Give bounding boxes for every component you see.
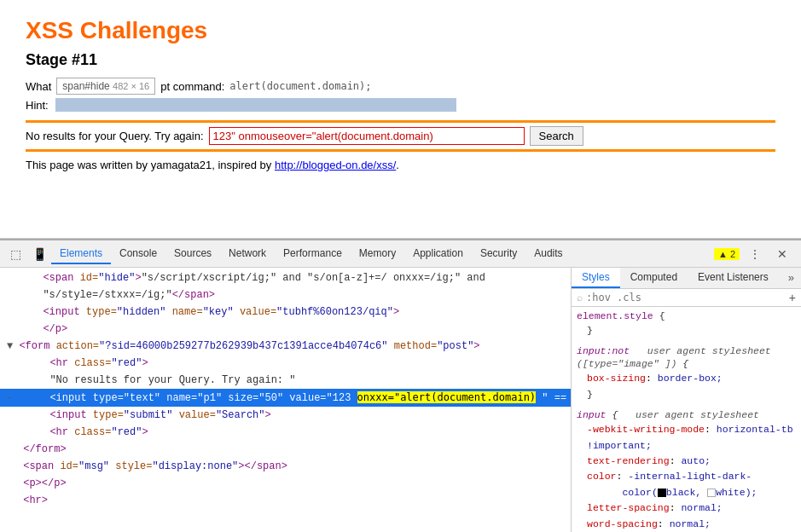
- more-options-icon[interactable]: ⋮: [743, 242, 767, 266]
- styles-tabs: Styles Computed Event Listeners »: [572, 268, 801, 289]
- style-prop: color: -internal-light-dark- color(black…: [577, 469, 796, 500]
- what-suffix: pt command:: [160, 80, 224, 93]
- code-line: </form>: [0, 441, 571, 458]
- devtools-toolbar: ⬚ 📱 Elements Console Sources Network Per…: [0, 240, 801, 268]
- style-closing: }: [577, 387, 796, 402]
- tab-audits[interactable]: Audits: [525, 244, 571, 264]
- code-line: "No results for your Query. Try again: ": [0, 372, 571, 389]
- style-prop: -webkit-writing-mode: horizontal-tb !imp…: [577, 422, 796, 454]
- style-section-element: element.style { }: [577, 310, 796, 338]
- warning-badge: ▲ 2: [714, 248, 740, 260]
- hint-bar: [55, 98, 456, 112]
- footer-line: This page was written by yamagata21, ins…: [26, 159, 775, 171]
- footer-dot: .: [396, 159, 399, 171]
- what-label: What: [26, 80, 51, 93]
- tab-performance[interactable]: Performance: [275, 244, 351, 264]
- style-prop: box-sizing: border-box;: [577, 371, 796, 386]
- tooltip-text: span#hide: [62, 80, 109, 92]
- styles-filter-input[interactable]: [586, 292, 786, 304]
- code-line: <hr class="red">: [0, 355, 571, 372]
- style-closing: }: [577, 323, 796, 338]
- footer-link[interactable]: http://blogged-on.de/xss/: [275, 159, 396, 171]
- style-origin-2: ([type="image" ]) {: [577, 358, 796, 369]
- device-icon[interactable]: 📱: [27, 242, 51, 266]
- style-origin: input:not user agent stylesheet: [577, 345, 796, 356]
- query-line: No results for your Query. Try again: Se…: [26, 126, 775, 146]
- orange-divider-top: [26, 120, 775, 123]
- style-section-input: input { user agent stylesheet -webkit-wr…: [577, 409, 796, 532]
- style-tab-styles[interactable]: Styles: [572, 268, 620, 288]
- footer-text: This page was written by yamagata21, ins…: [26, 159, 275, 171]
- element-tooltip: span#hide 482 × 16: [56, 78, 155, 95]
- main-page: XSS Challenges Stage #11 What span#hide …: [0, 0, 801, 239]
- style-tab-event-listeners[interactable]: Event Listeners: [688, 268, 779, 288]
- tab-network[interactable]: Network: [220, 244, 275, 264]
- style-section-input-not: input:not user agent stylesheet ([type="…: [577, 345, 796, 402]
- code-line: "s/style=/stxxx=/ig;"</span>: [0, 286, 571, 304]
- what-line: What span#hide 482 × 16 pt command: aler…: [26, 78, 775, 95]
- filter-icon: ⌕: [577, 292, 583, 304]
- tab-elements[interactable]: Elements: [51, 244, 111, 264]
- attr-highlight: onxxx="alert(document.domain): [357, 391, 537, 403]
- tab-sources[interactable]: Sources: [165, 244, 220, 264]
- code-line: ▼ <form action="?sid=46000b259277b262939…: [0, 338, 571, 355]
- styles-add-rule-icon[interactable]: +: [789, 291, 796, 304]
- hint-line: Hint:: [26, 98, 775, 112]
- close-devtools-icon[interactable]: ✕: [770, 242, 794, 266]
- elements-panel: <span id="hide">"s/script/xscript/ig;" a…: [0, 268, 572, 532]
- code-line: <input type="hidden" name="key" value="t…: [0, 304, 571, 321]
- tooltip-dimensions: 482 × 16: [113, 81, 149, 91]
- search-button[interactable]: Search: [530, 126, 583, 146]
- styles-more-icon[interactable]: »: [781, 268, 801, 288]
- tab-security[interactable]: Security: [472, 244, 525, 264]
- what-command: alert(document.domain);: [229, 80, 371, 92]
- code-line: <hr>: [0, 492, 571, 509]
- tab-memory[interactable]: Memory: [351, 244, 404, 264]
- styles-content[interactable]: element.style { } input:not user agent s…: [572, 307, 801, 532]
- style-prop: word-spacing: normal;: [577, 517, 796, 532]
- code-line: <input type="submit" value="Search">: [0, 407, 571, 424]
- hint-label: Hint:: [26, 99, 49, 112]
- style-prop: letter-spacing: normal;: [577, 500, 796, 516]
- toolbar-right: ▲ 2 ⋮ ✕: [714, 242, 798, 266]
- code-line: <hr class="red">: [0, 424, 571, 441]
- style-rule-header: element.style {: [577, 310, 796, 321]
- style-prop: text-rendering: auto;: [577, 454, 796, 469]
- style-tab-computed[interactable]: Computed: [620, 268, 688, 288]
- query-text: No results for your Query. Try again:: [26, 130, 204, 142]
- orange-divider-bottom: [26, 149, 775, 152]
- devtools-body: <span id="hide">"s/script/xscript/ig;" a…: [0, 268, 801, 532]
- tab-console[interactable]: Console: [111, 244, 165, 264]
- styles-panel: Styles Computed Event Listeners » ⌕ + el…: [572, 268, 801, 532]
- page-title: XSS Challenges: [26, 17, 775, 44]
- styles-filter: ⌕ +: [572, 289, 801, 307]
- code-line: <span id="hide">"s/script/xscript/ig;" a…: [0, 269, 571, 286]
- elements-content[interactable]: <span id="hide">"s/script/xscript/ig;" a…: [0, 268, 571, 532]
- style-origin: input { user agent stylesheet: [577, 409, 796, 420]
- devtools: ⬚ 📱 Elements Console Sources Network Per…: [0, 239, 801, 532]
- devtools-tabs: Elements Console Sources Network Perform…: [51, 244, 714, 264]
- tab-application[interactable]: Application: [404, 244, 472, 264]
- stage-title: Stage #11: [26, 51, 775, 69]
- expand-arrow[interactable]: ▼: [7, 340, 13, 352]
- query-input[interactable]: [209, 127, 525, 145]
- selected-code-line: · <input type="text" name="p1" size="50"…: [0, 389, 571, 407]
- inspect-icon[interactable]: ⬚: [3, 242, 27, 266]
- code-line: <p></p>: [0, 475, 571, 492]
- code-line: </p>: [0, 321, 571, 338]
- code-line: <span id="msg" style="display:none"></sp…: [0, 458, 571, 475]
